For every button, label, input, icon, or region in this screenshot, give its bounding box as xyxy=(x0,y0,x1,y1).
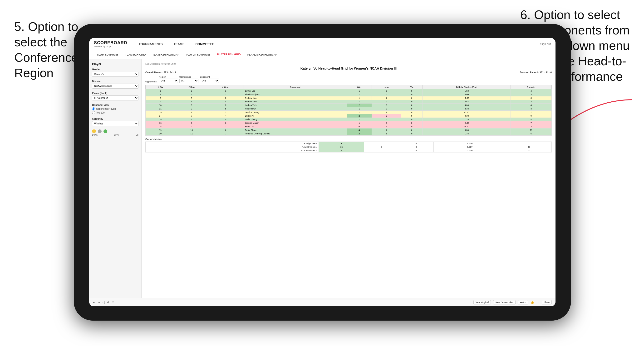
th-loss: Loss xyxy=(372,85,401,89)
table-row: 331Esther Lee1001.504 xyxy=(146,89,552,93)
division-record-value: 331 - 34 - 6 xyxy=(540,71,552,74)
sidebar-gender-section: Gender Women's xyxy=(92,68,138,77)
table-row: 1474Eunice Yi2200.389 xyxy=(146,114,552,118)
table-row: 1125Heejo Hyun1003.333 xyxy=(146,107,552,111)
filter-row: Opponents: Region (All) Conference (All) xyxy=(145,76,552,83)
table-row: 19106Emily Chang4100.3011 xyxy=(146,129,552,132)
division-record-label: Division Record: 331 - 34 - 6 xyxy=(520,71,552,74)
opponent-view-radio-group: Opponents Played Top 100 xyxy=(92,107,138,114)
legend-up: Up xyxy=(136,134,138,136)
legend-circle-up xyxy=(104,129,107,133)
sidebar-player-rank-section: Player (Rank) 8. Katelyn Vo xyxy=(92,92,138,100)
player-rank-label: Player (Rank) xyxy=(92,92,138,95)
table-row: 1636Jessica Mason120-0.947 xyxy=(146,121,552,125)
undo-icon[interactable]: ↩ xyxy=(93,301,96,304)
logo-area: SCOREBOARD Powered by clippd xyxy=(94,40,127,48)
grid-title: Katelyn Vo Head-to-Head Grid for Women's… xyxy=(145,66,552,70)
overall-record-value: 353 - 34 - 6 xyxy=(164,71,176,74)
h2h-table: # Div # Reg # Conf Opponent Win Loss Tie… xyxy=(145,85,552,136)
table-row: 633Sydney Kuo110-1.003 xyxy=(146,96,552,100)
sidebar-player-title: Player xyxy=(92,62,138,66)
out-table-row: Foreign Team1004.5002 xyxy=(146,142,552,145)
legend-level: Level xyxy=(114,134,119,136)
nav-teams[interactable]: TEAMS xyxy=(172,41,186,47)
conference-filter-select[interactable]: (All) xyxy=(180,79,198,83)
gender-label: Gender xyxy=(92,68,138,71)
nav-tournaments[interactable]: TOURNAMENTS xyxy=(137,41,165,47)
data-area: Last Updated: 27/03/2024 14:34 Katelyn V… xyxy=(142,59,556,298)
legend-down: Down xyxy=(92,134,98,136)
legend-section: Down Level Up xyxy=(92,129,138,136)
nav-bar: SCOREBOARD Powered by clippd TOURNAMENTS… xyxy=(89,38,556,50)
legend-circle-down xyxy=(92,129,96,133)
colour-by-select[interactable]: Win/loss xyxy=(92,121,138,126)
main-content: Player Gender Women's Division NCAA Divi… xyxy=(89,59,556,298)
out-of-division-table: Foreign Team1004.5002NAIA Division 11500… xyxy=(145,142,552,153)
legend-circles xyxy=(92,129,138,133)
thumbs-up-icon[interactable]: 👍 xyxy=(530,301,534,304)
out-of-division-label: Out of division xyxy=(145,138,552,141)
sub-nav-team-h2h-grid[interactable]: TEAM H2H GRID xyxy=(122,51,149,58)
sidebar-opponent-view-section: Opponent view Opponents Played Top 100 xyxy=(92,104,138,114)
legend-labels: Down Level Up xyxy=(92,134,138,136)
out-table-row: NAIA Division 115009.26730 xyxy=(146,145,552,149)
table-row: 914Sharon Mun1003.673 xyxy=(146,100,552,104)
th-rounds: Rounds xyxy=(510,85,552,89)
gender-select[interactable]: Women's xyxy=(92,72,138,77)
colour-by-label: Colour by xyxy=(92,118,138,120)
sidebar-division-section: Division NCAA Division III xyxy=(92,80,138,89)
history-icon[interactable]: ⊙ xyxy=(112,301,114,304)
table-row: 522Alexis Sudjianto1004.003 xyxy=(146,93,552,96)
out-table-row: NCAA Division 25007.40010 xyxy=(146,149,552,153)
division-select[interactable]: NCAA Division III xyxy=(92,84,138,89)
opponent-filter-select[interactable]: (All) xyxy=(200,79,219,83)
table-row: 20117Federica Domecq Lacroze2101.336 xyxy=(146,132,552,136)
copy-icon[interactable]: ⊕ xyxy=(107,301,110,304)
th-div: # Div xyxy=(146,85,175,89)
sub-nav-player-h2h-grid[interactable]: PLAYER H2H GRID xyxy=(214,51,243,58)
player-rank-select[interactable]: 8. Katelyn Vo xyxy=(92,95,138,100)
th-win: Win xyxy=(346,85,372,89)
update-info: Last Updated: 27/03/2024 14:34 xyxy=(145,63,552,65)
overall-record-label: Overall Record: 353 - 34 - 6 xyxy=(145,71,176,74)
table-row: 1311Jessica Huang110-3.002 xyxy=(146,111,552,114)
th-reg: # Reg xyxy=(175,85,208,89)
sub-nav-team-summary[interactable]: TEAM SUMMARY xyxy=(94,51,121,58)
sub-nav-player-h2h-heatmap[interactable]: PLAYER H2H HEATMAP xyxy=(244,51,280,58)
redo-icon[interactable]: ↪ xyxy=(98,301,100,304)
conference-filter-label: Conference xyxy=(180,76,198,78)
table-row: 1822Euna Lee020-5.002 xyxy=(146,125,552,129)
sub-nav-team-h2h-heatmap[interactable]: TEAM H2H HEATMAP xyxy=(150,51,182,58)
sign-out-link[interactable]: Sign out xyxy=(540,42,551,46)
opponent-view-label: Opponent view xyxy=(92,104,138,106)
sidebar-colour-by-section: Colour by Win/loss xyxy=(92,118,138,126)
conference-filter-group: Conference (All) xyxy=(180,76,198,83)
sub-nav-player-summary[interactable]: PLAYER SUMMARY xyxy=(183,51,213,58)
legend-circle-level xyxy=(98,129,102,133)
division-label: Division xyxy=(92,80,138,83)
th-tie: Tie xyxy=(401,85,423,89)
back-icon[interactable]: ◁ xyxy=(102,301,105,304)
opponent-filter-label: Opponent xyxy=(200,76,219,78)
view-original-btn[interactable]: View: Original xyxy=(474,300,491,305)
watch-btn[interactable]: Watch xyxy=(518,300,528,305)
region-filter-label: Region xyxy=(159,76,178,78)
sub-nav: TEAM SUMMARY TEAM H2H GRID TEAM H2H HEAT… xyxy=(89,50,556,59)
nav-committee[interactable]: COMMITTEE xyxy=(194,41,216,47)
share-btn[interactable]: Share xyxy=(542,300,552,305)
records-row: Overall Record: 353 - 34 - 6 Division Re… xyxy=(145,71,552,74)
left-sidebar: Player Gender Women's Division NCAA Divi… xyxy=(89,59,142,298)
bottom-toolbar: ↩ ↪ ◁ ⊕ ⊙ View: Original Save Custom Vie… xyxy=(89,298,556,306)
th-conf: # Conf xyxy=(208,85,244,89)
table-row: 1063Andrea York2004.004 xyxy=(146,104,552,107)
radio-opponents-played[interactable]: Opponents Played xyxy=(92,107,138,110)
opponent-filter-group: Opponent (All) xyxy=(200,76,219,83)
save-custom-btn[interactable]: Save Custom View xyxy=(493,300,516,305)
th-opponent: Opponent xyxy=(244,85,346,89)
th-diff: Diff Av Strokes/Rnd xyxy=(423,85,511,89)
logo-sub: Powered by clippd xyxy=(94,45,127,48)
tablet-frame: SCOREBOARD Powered by clippd TOURNAMENTS… xyxy=(74,24,571,321)
more-icon[interactable]: ⋯ xyxy=(536,301,539,304)
radio-top100[interactable]: Top 100 xyxy=(92,111,138,114)
region-filter-select[interactable]: (All) xyxy=(159,79,178,83)
